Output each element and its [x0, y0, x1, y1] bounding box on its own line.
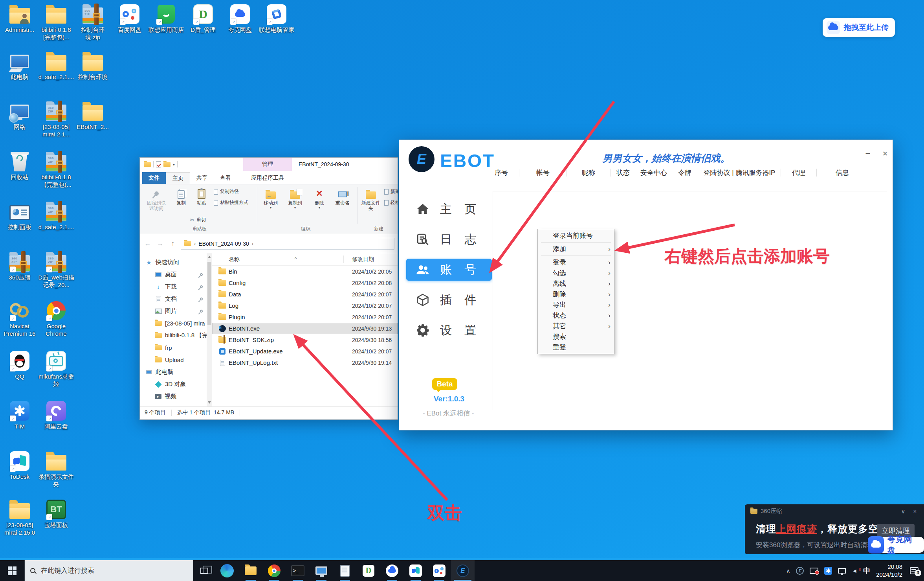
desktop-icon-google-chrome[interactable]: →Google Chrome	[38, 300, 74, 338]
sidebar-item-1[interactable]: 桌面	[140, 268, 207, 281]
up-button[interactable]: ↑	[168, 240, 178, 248]
new-folder-qat-icon[interactable]	[163, 162, 170, 167]
tray-volume-muted-icon[interactable]: ◄×	[852, 568, 857, 574]
back-button[interactable]: ←	[143, 240, 152, 248]
taskbar-icon-quark[interactable]	[380, 560, 404, 581]
desktop-icon-baidu-netdisk[interactable]: →百度网盘	[112, 3, 148, 34]
explorer-tab-2[interactable]: 共享	[190, 172, 214, 184]
sidebar-item-11[interactable]: ▸视频	[140, 390, 207, 403]
file-list-header[interactable]: ^ 名称 修改日期	[212, 253, 398, 266]
desktop-icon-navicat[interactable]: →Navicat Premium 16	[2, 300, 38, 338]
desktop-icon-mikufans[interactable]: →mikufans录播姬	[38, 350, 74, 388]
tray-chevron-icon[interactable]: ∧	[786, 568, 790, 574]
column-date[interactable]: 修改日期	[352, 256, 398, 263]
context-menu-item-export[interactable]: 导出›	[538, 300, 614, 310]
sidebar-item-5[interactable]: [23-08-05] mira	[140, 317, 207, 329]
context-menu-item-search[interactable]: 搜索	[538, 331, 614, 342]
taskbar-icon-chrome[interactable]	[262, 560, 286, 581]
ebot-nav-log[interactable]: 日 志	[406, 228, 492, 250]
desktop-icon-d-safe-zip[interactable]: 360ZIPd_safe_2.1....	[38, 200, 74, 231]
desktop-icon-recycle-bin[interactable]: 回收站	[2, 151, 38, 181]
column-name[interactable]: 名称	[229, 256, 240, 262]
file-row-EBotNT_Update.exe[interactable]: EBotNT_Update.exe2024/10/2 20:07	[212, 346, 398, 357]
taskbar-icon-pc[interactable]	[310, 560, 333, 581]
desktop-icon-control-panel[interactable]: 控制面板	[2, 200, 38, 231]
desktop-icon-360-zip[interactable]: 360ZIP→360压缩	[2, 251, 38, 281]
desktop-icon-bilibili-full-folder[interactable]: bilibili-0.1.8 [完整包(...	[38, 3, 74, 41]
context-menu-item-delete[interactable]: 删除›	[538, 289, 614, 300]
explorer-tab-4[interactable]: 应用程序工具	[243, 172, 292, 184]
taskbar-icon-explorer[interactable]	[239, 560, 262, 581]
desktop-icon-administrator[interactable]: Administr...	[2, 3, 38, 34]
rename-button[interactable]: 重命名	[331, 187, 354, 206]
search-input[interactable]	[40, 566, 188, 575]
paste-button[interactable]: 粘贴	[192, 187, 211, 206]
context-menu-item-check[interactable]: 勾选›	[538, 268, 614, 278]
desktop-icon-dshield-admin[interactable]: D→D盾_管理	[185, 3, 221, 34]
sidebar-item-8[interactable]: Upload	[140, 354, 207, 366]
desktop-icon-qq[interactable]: →QQ	[2, 350, 38, 381]
file-row-Log[interactable]: Log2024/10/2 20:07	[212, 300, 398, 311]
task-view-button[interactable]	[193, 560, 215, 581]
scrollbar-thumb[interactable]	[207, 262, 211, 325]
explorer-tab-3[interactable]: 查看	[214, 172, 237, 184]
sidebar-scrollbar[interactable]	[207, 253, 212, 406]
forward-button[interactable]: →	[156, 240, 165, 248]
ebot-nav-settings[interactable]: 设 置	[406, 319, 492, 341]
context-menu-item-login-current[interactable]: 登录当前账号	[538, 230, 614, 241]
tray-ime-indicator[interactable]: 中	[863, 566, 870, 575]
explorer-titlebar[interactable]: ▾ 管理 EBotNT_2024-09-30	[140, 158, 398, 171]
ebot-nav-plugin[interactable]: 插 件	[406, 289, 492, 311]
contextual-tab-manage[interactable]: 管理	[243, 158, 292, 171]
desktop-icon-aliyun-drive[interactable]: →阿里云盘	[38, 400, 74, 430]
desktop-icon-ebotnt-folder[interactable]: EBotNT_2...	[75, 100, 111, 131]
sidebar-item-4[interactable]: 图片	[140, 305, 207, 317]
desktop-icon-todesk[interactable]: →ToDesk	[2, 450, 38, 481]
desktop-icon-d-safe-folder[interactable]: d_safe_2.1....	[38, 50, 74, 81]
desktop-icon-bt-panel[interactable]: BT→宝塔面板	[38, 498, 74, 529]
quark-netdisk-button[interactable]: 夸克网盘	[868, 536, 924, 553]
sidebar-item-7[interactable]: frp	[140, 342, 207, 354]
context-menu-item-offline[interactable]: 离线›	[538, 278, 614, 289]
explorer-tab-1[interactable]: 主页	[166, 172, 190, 184]
taskbar-search[interactable]	[24, 560, 193, 581]
copy-to-button[interactable]: 复制到 ▾	[284, 187, 306, 209]
ebot-nav-home[interactable]: 主 页	[406, 198, 492, 220]
popup-collapse-icon[interactable]: ∨	[899, 508, 908, 515]
quick-access-toolbar[interactable]: ▾	[140, 161, 178, 167]
taskbar-icon-edge[interactable]	[215, 560, 239, 581]
desktop-icon-tim[interactable]: →TIM	[2, 400, 38, 430]
context-menu-item-relogin[interactable]: 重登	[538, 342, 614, 353]
tray-screenrec-icon[interactable]	[810, 568, 818, 574]
easy-access-button[interactable]: 轻松访问	[384, 199, 398, 206]
popup-close-icon[interactable]: ×	[911, 508, 919, 515]
sidebar-item-9[interactable]: 此电脑	[140, 366, 207, 378]
file-row-EBotNT_SDK.zip[interactable]: EBotNT_SDK.zip2024/9/30 18:56	[212, 334, 398, 346]
desktop-icon-console-env-folder[interactable]: 控制台环境	[75, 50, 111, 81]
minimize-button[interactable]: −	[862, 149, 874, 159]
file-row-EBotNT.exe[interactable]: EEBotNT.exe2024/9/30 19:13	[212, 323, 398, 334]
sidebar-item-6[interactable]: bilibili-0.1.8 【完	[140, 329, 207, 342]
taskbar-icon-baidu[interactable]	[427, 560, 451, 581]
cut-button[interactable]: ✂ 剪切	[190, 217, 206, 223]
breadcrumb-path[interactable]: EBotNT_2024-09-30	[198, 241, 249, 247]
explorer-tab-0[interactable]: 文件	[142, 172, 166, 184]
delete-button[interactable]: × 删除 ▾	[310, 187, 329, 209]
sidebar-item-2[interactable]: ↓下载	[140, 281, 207, 293]
sidebar-item-0[interactable]: ★快速访问	[140, 256, 207, 268]
close-button[interactable]: ×	[879, 149, 891, 159]
properties-check-icon[interactable]	[156, 161, 161, 167]
taskbar-icon-todesk[interactable]	[404, 560, 427, 581]
tray-ebot-icon[interactable]: E	[796, 567, 804, 575]
pin-to-quick-access-button[interactable]: 固定到快速访问	[144, 187, 169, 211]
file-row-Bin[interactable]: Bin2024/10/2 20:05	[212, 266, 398, 277]
desktop-icon-network[interactable]: 网络	[2, 100, 38, 131]
file-row-Plugin[interactable]: Plugin2024/10/2 20:07	[212, 311, 398, 323]
desktop-icon-bilibili-zip[interactable]: 360ZIPbilibili-0.1.8 【完整包(...	[38, 151, 74, 189]
tray-clock[interactable]: 20:08 2024/10/2	[876, 563, 902, 578]
copy-path-button[interactable]: 复制路径	[214, 188, 239, 195]
breadcrumb[interactable]: › EBotNT_2024-09-30 ›	[181, 238, 394, 250]
desktop-icon-console-env-zip[interactable]: 360ZIP控制台环境.zip	[75, 3, 111, 41]
new-folder-button[interactable]: 新建文件夹	[360, 187, 382, 211]
notification-center-icon[interactable]: 3	[910, 567, 918, 574]
